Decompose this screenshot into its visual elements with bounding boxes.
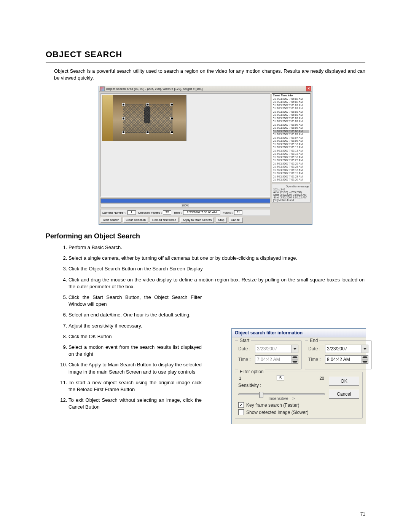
keyframe-checkbox[interactable]: ✔ (238, 402, 244, 408)
result-row[interactable]: 01 2/23/2007 7:05:12 AM (273, 146, 309, 149)
end-time-label: Time : (308, 357, 323, 362)
start-date-label: Date : (238, 346, 253, 351)
scale-mid: 5 (277, 375, 284, 380)
handle-icon[interactable] (122, 131, 125, 134)
operation-message-line: Start [2/23/2007 7:05:02 AM] (273, 193, 309, 196)
operation-message-line: 352 x 240 (273, 188, 309, 191)
results-header: Cam# Time info (273, 94, 309, 97)
step-item: To exit Object Search without selecting … (68, 397, 202, 411)
close-icon[interactable]: ✕ (306, 86, 311, 91)
ok-button[interactable]: OK (329, 377, 359, 386)
result-row[interactable]: 01 2/23/2007 7:06:29 AM (273, 182, 309, 183)
result-row[interactable]: 01 2/23/2007 7:05:02 AM (273, 97, 309, 101)
result-row[interactable]: 01 2/23/2007 7:05:15 AM (273, 152, 309, 156)
result-row[interactable]: 01 2/23/2007 7:05:18 AM (273, 156, 309, 159)
result-row[interactable]: 01 2/23/2007 7:05:25 AM (273, 162, 309, 166)
result-row[interactable]: 01 2/23/2007 7:06:19 AM (273, 172, 309, 175)
result-row[interactable]: 01 2/23/2007 7:06:26 AM (273, 178, 309, 182)
intro-text: Object Search is a powerful search utili… (54, 68, 365, 81)
show-detected-checkbox[interactable] (238, 409, 244, 415)
handle-icon[interactable] (122, 103, 125, 106)
insensitive-label: Insensitive --> (238, 396, 325, 401)
result-row[interactable]: 01 2/23/2007 7:05:13 AM (273, 149, 309, 153)
result-row[interactable]: 01 2/23/2007 7:05:03 AM (273, 117, 309, 120)
scale-min: 1 (239, 376, 241, 381)
spinner-icon[interactable] (362, 356, 368, 363)
start-date-value: 2/23/2007 (257, 346, 277, 351)
camera-number-label: Camera Number : (102, 211, 126, 214)
handle-icon[interactable] (170, 131, 173, 134)
page-number: 71 (360, 511, 365, 517)
start-time-label: Time : (238, 357, 253, 362)
scale-max: 20 (320, 376, 324, 381)
filter-cancel-button[interactable]: Cancel (329, 390, 359, 399)
chevron-down-icon[interactable] (362, 345, 368, 353)
start-search-button[interactable]: Start search (100, 217, 121, 223)
operation-message-title: Operation message (273, 185, 309, 188)
video-display[interactable] (100, 93, 270, 197)
result-row[interactable]: 01 2/23/2007 7:06:16 AM (273, 169, 309, 172)
step-item: Click the Start Search Button, the Objec… (68, 294, 202, 308)
apply-main-search-button[interactable]: Apply to Main Search (180, 217, 214, 223)
video-thumbnail (102, 95, 186, 141)
handle-icon[interactable] (147, 131, 149, 134)
step-item: Select a motion event from the search re… (68, 344, 202, 358)
end-time-field[interactable]: 8:04:42 AM (325, 355, 368, 364)
camera-number-value: 1 (127, 210, 136, 215)
result-row[interactable]: 01 2/23/2007 7:05:06 AM (273, 130, 309, 133)
selection-box[interactable] (123, 104, 172, 133)
result-row[interactable]: 01 2/23/2007 7:05:07 AM (273, 136, 309, 140)
result-row[interactable]: 01 2/23/2007 7:05:03 AM (273, 120, 309, 123)
result-row[interactable]: 01 2/23/2007 7:05:06 AM (273, 123, 309, 127)
step-item: Click the Apply to Main Search Button to… (68, 361, 202, 375)
window-titlebar: Object search area (89, 96) - (265, 200)… (99, 86, 312, 92)
result-row[interactable]: 01 2/23/2007 7:05:28 AM (273, 165, 309, 169)
result-row[interactable]: 01 2/23/2007 7:05:02 AM (273, 104, 309, 107)
end-time-value: 8:04:42 AM (327, 357, 350, 362)
operation-message-line: Area (89,96) - (265,200) (273, 191, 309, 193)
divider (46, 62, 365, 62)
reload-first-frame-button[interactable]: Reload first frame (150, 217, 178, 223)
handle-icon[interactable] (122, 117, 125, 120)
result-row[interactable]: 01 2/23/2007 7:05:10 AM (273, 143, 309, 146)
slider-thumb-icon[interactable] (259, 392, 263, 398)
step-item: Select a single camera, either by turnin… (68, 255, 365, 262)
operation-message-panel: Operation message 352 x 240Area (89,96) … (272, 184, 311, 203)
progress-label: 100% (100, 203, 270, 208)
end-date-field[interactable]: 2/23/2007 (325, 345, 368, 353)
result-row[interactable]: 01 2/23/2007 7:05:03 AM (273, 113, 309, 117)
filter-option-group: Filter option 1 5 20 Sensitivity : Insen… (235, 372, 363, 419)
start-time-field: 7:04:42 AM (255, 355, 298, 364)
checked-frames-label: Checked frames : (138, 211, 162, 214)
result-row[interactable]: 01 2/23/2007 7:05:02 AM (273, 107, 309, 110)
stop-button[interactable]: Stop (216, 217, 226, 223)
object-search-window: Object search area (89, 96) - (265, 200)… (99, 86, 312, 225)
filter-option-legend: Filter option (238, 369, 265, 374)
checked-frames-value: 32 (163, 210, 171, 215)
start-legend: Start (238, 338, 251, 343)
start-time-value: 7:04:42 AM (257, 357, 280, 362)
sensitivity-slider[interactable] (238, 393, 325, 395)
result-row[interactable]: 01 2/23/2007 7:05:07 AM (273, 133, 309, 136)
handle-icon[interactable] (170, 103, 173, 106)
spinner-icon (292, 356, 298, 363)
result-row[interactable]: 01 2/23/2007 7:06:23 AM (273, 175, 309, 179)
operation-message-line: [31] Motion found (273, 199, 309, 201)
cancel-button[interactable]: Cancel (229, 217, 243, 223)
sensitivity-label: Sensitivity : (238, 383, 325, 388)
show-detected-label: Show detected image (Slower) (246, 410, 308, 415)
clear-selection-button[interactable]: Clear selection (123, 217, 148, 223)
result-row[interactable]: 01 2/23/2007 7:05:09 AM (273, 139, 309, 143)
start-date-field: 2/23/2007 (255, 345, 298, 353)
handle-icon[interactable] (170, 117, 173, 120)
results-list[interactable]: Cam# Time info 01 2/23/2007 7:05:02 AM01… (272, 93, 311, 182)
time-label: Time : (174, 211, 182, 214)
page-title: OBJECT SEARCH (46, 50, 365, 59)
result-row[interactable]: 01 2/23/2007 7:05:06 AM (273, 126, 309, 130)
step-item: Perform a Basic Search. (68, 244, 365, 251)
result-row[interactable]: 01 2/23/2007 7:05:02 AM (273, 101, 309, 104)
result-row[interactable]: 01 2/23/2007 7:05:03 AM (273, 110, 309, 114)
handle-icon[interactable] (147, 103, 149, 106)
chevron-down-icon (292, 345, 298, 353)
result-row[interactable]: 01 2/23/2007 7:05:22 AM (273, 159, 309, 162)
